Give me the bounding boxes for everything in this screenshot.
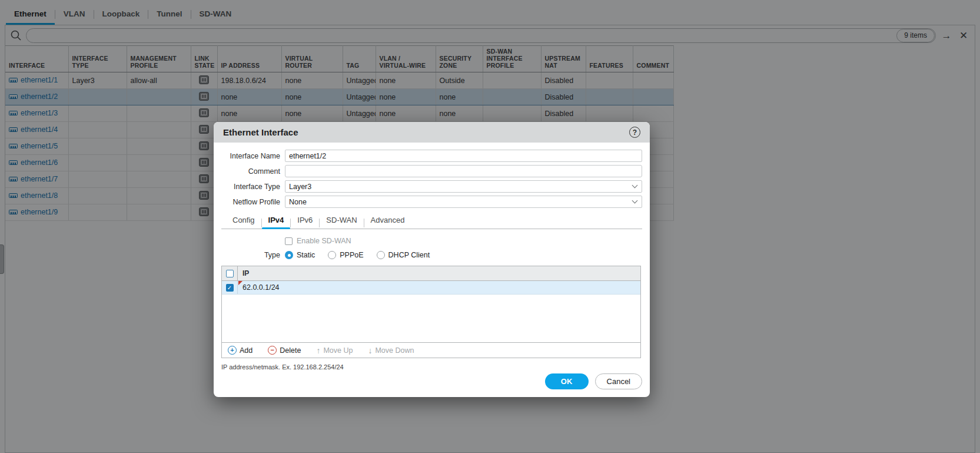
move-up-button[interactable]: ↑Move Up xyxy=(316,346,353,355)
ip-format-hint: IP address/netmask. Ex. 192.168.2.254/24 xyxy=(221,363,642,371)
chevron-down-icon xyxy=(632,183,638,189)
radio-circle-icon xyxy=(377,251,385,259)
dialog-tab-config[interactable]: Config xyxy=(226,213,261,229)
radio-circle-icon xyxy=(285,251,293,259)
plus-circle-icon: + xyxy=(228,346,237,355)
arrow-up-icon: ↑ xyxy=(316,346,320,355)
interface-type-select[interactable]: Layer3 xyxy=(285,180,642,193)
interface-type-label: Interface Type xyxy=(221,183,280,191)
dialog-tab-advanced[interactable]: Advanced xyxy=(364,213,411,229)
radio-pppoe[interactable]: PPPoE xyxy=(328,251,363,259)
radio-circle-icon xyxy=(328,251,336,259)
ip-row[interactable]: ✓62.0.0.1/24 xyxy=(222,281,640,295)
move-down-button[interactable]: ↓Move Down xyxy=(368,346,414,355)
select-all-checkbox[interactable] xyxy=(226,270,234,277)
chevron-down-icon xyxy=(632,198,638,204)
delete-button[interactable]: −Delete xyxy=(268,346,301,355)
netflow-profile-select[interactable]: None xyxy=(285,196,642,208)
dialog-tab-ipv4[interactable]: IPv4 xyxy=(262,213,291,229)
help-icon[interactable]: ? xyxy=(629,127,640,138)
dialog-tab-sd-wan[interactable]: SD-WAN xyxy=(320,213,363,229)
row-checkbox[interactable]: ✓ xyxy=(226,284,234,292)
interface-name-label: Interface Name xyxy=(221,152,280,160)
ip-column-header: IP xyxy=(238,269,249,277)
ip-table-toolbar: +Add−Delete↑Move Up↓Move Down xyxy=(222,342,640,358)
enable-sdwan-label: Enable SD-WAN xyxy=(297,237,351,245)
cancel-button[interactable]: Cancel xyxy=(595,373,642,389)
radio-static[interactable]: Static xyxy=(285,251,315,259)
error-marker-icon xyxy=(238,281,242,285)
ok-button[interactable]: OK xyxy=(545,373,589,389)
enable-sdwan-row: Enable SD-WAN xyxy=(285,237,642,245)
dialog-tabbar: ConfigIPv4IPv6SD-WANAdvanced xyxy=(226,213,642,229)
dialog-footer: OK Cancel xyxy=(545,373,642,389)
enable-sdwan-checkbox[interactable] xyxy=(285,237,293,245)
ip-table-empty-area xyxy=(222,295,640,342)
ip-table-header: IP xyxy=(222,266,640,281)
type-label: Type xyxy=(221,251,280,259)
type-radio-group: StaticPPPoEDHCP Client xyxy=(285,251,443,259)
dialog-titlebar: Ethernet Interface ? xyxy=(214,122,650,143)
netflow-profile-label: Netflow Profile xyxy=(221,198,280,206)
ip-address-table: IP ✓62.0.0.1/24 +Add−Delete↑Move Up↓Move… xyxy=(221,266,641,358)
comment-field[interactable] xyxy=(285,165,642,177)
ip-value: 62.0.0.1/24 xyxy=(238,283,280,292)
arrow-down-icon: ↓ xyxy=(368,346,372,355)
dialog-body: Interface Name Comment Interface Type La… xyxy=(214,143,650,397)
minus-circle-icon: − xyxy=(268,346,277,355)
interface-name-field[interactable] xyxy=(285,150,642,162)
comment-label: Comment xyxy=(221,167,280,176)
dialog-tab-ipv6[interactable]: IPv6 xyxy=(291,213,319,229)
ethernet-interface-dialog: Ethernet Interface ? Interface Name Comm… xyxy=(214,122,650,397)
add-button[interactable]: +Add xyxy=(228,346,253,355)
radio-dhcp-client[interactable]: DHCP Client xyxy=(377,251,430,259)
dialog-title: Ethernet Interface xyxy=(223,127,629,137)
